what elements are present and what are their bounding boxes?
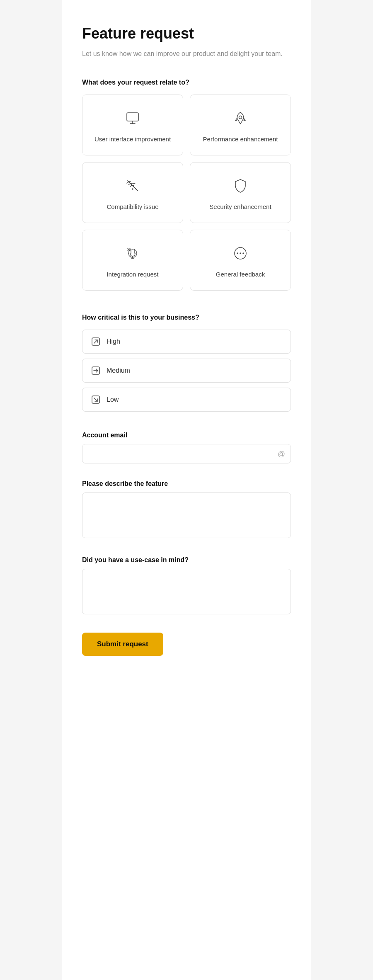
email-label: Account email xyxy=(82,432,291,439)
email-wrapper: @ xyxy=(82,444,291,463)
category-security[interactable]: Security enhancement xyxy=(190,162,291,223)
arrow-down-right-icon xyxy=(91,395,101,405)
categories-label: What does your request relate to? xyxy=(82,79,291,86)
category-grid: User interface improvement Performance e… xyxy=(82,95,291,291)
svg-point-15 xyxy=(240,252,241,254)
more-circle-icon xyxy=(230,243,250,263)
criticality-high[interactable]: High xyxy=(82,330,291,354)
page-title: Feature request xyxy=(82,25,291,42)
svg-point-5 xyxy=(132,188,133,190)
rocket-icon xyxy=(230,108,250,128)
page-subtitle: Let us know how we can improve our produ… xyxy=(82,49,291,59)
svg-point-3 xyxy=(239,116,242,119)
arrow-right-icon xyxy=(91,366,101,376)
categories-section: What does your request relate to? User i… xyxy=(82,79,291,291)
criticality-low-label: Low xyxy=(107,396,119,403)
category-compatibility-label: Compatibility issue xyxy=(107,202,158,211)
category-performance[interactable]: Performance enhancement xyxy=(190,95,291,155)
svg-point-14 xyxy=(237,252,238,254)
category-performance-label: Performance enhancement xyxy=(203,135,278,143)
page-container: Feature request Let us know how we can i… xyxy=(62,0,311,980)
criticality-section: How critical is this to your business? H… xyxy=(82,314,291,412)
usecase-textarea[interactable] xyxy=(82,569,291,614)
svg-point-16 xyxy=(242,252,244,254)
criticality-high-label: High xyxy=(107,338,120,345)
category-integration[interactable]: Integration request xyxy=(82,230,183,291)
category-feedback-label: General feedback xyxy=(216,270,265,279)
svg-line-18 xyxy=(94,340,97,343)
wifi-off-icon xyxy=(123,176,143,196)
describe-label: Please describe the feature xyxy=(82,480,291,488)
criticality-medium[interactable]: Medium xyxy=(82,359,291,383)
category-integration-label: Integration request xyxy=(107,270,158,279)
category-ui[interactable]: User interface improvement xyxy=(82,95,183,155)
svg-line-22 xyxy=(94,398,97,401)
usecase-label: Did you have a use-case in mind? xyxy=(82,556,291,564)
category-security-label: Security enhancement xyxy=(209,202,271,211)
category-ui-label: User interface improvement xyxy=(94,135,171,143)
describe-section: Please describe the feature xyxy=(82,480,291,540)
criticality-label: How critical is this to your business? xyxy=(82,314,291,321)
usecase-section: Did you have a use-case in mind? xyxy=(82,556,291,616)
email-section: Account email @ xyxy=(82,432,291,463)
criticality-options: High Medium xyxy=(82,330,291,412)
submit-button[interactable]: Submit request xyxy=(82,633,163,656)
criticality-medium-label: Medium xyxy=(107,367,130,374)
monitor-icon xyxy=(123,108,143,128)
plug-icon xyxy=(123,243,143,263)
criticality-low[interactable]: Low xyxy=(82,388,291,412)
category-compatibility[interactable]: Compatibility issue xyxy=(82,162,183,223)
arrow-up-right-icon xyxy=(91,337,101,347)
describe-textarea[interactable] xyxy=(82,492,291,538)
category-feedback[interactable]: General feedback xyxy=(190,230,291,291)
email-input[interactable] xyxy=(82,444,291,463)
shield-icon xyxy=(230,176,250,196)
svg-rect-0 xyxy=(127,113,138,121)
